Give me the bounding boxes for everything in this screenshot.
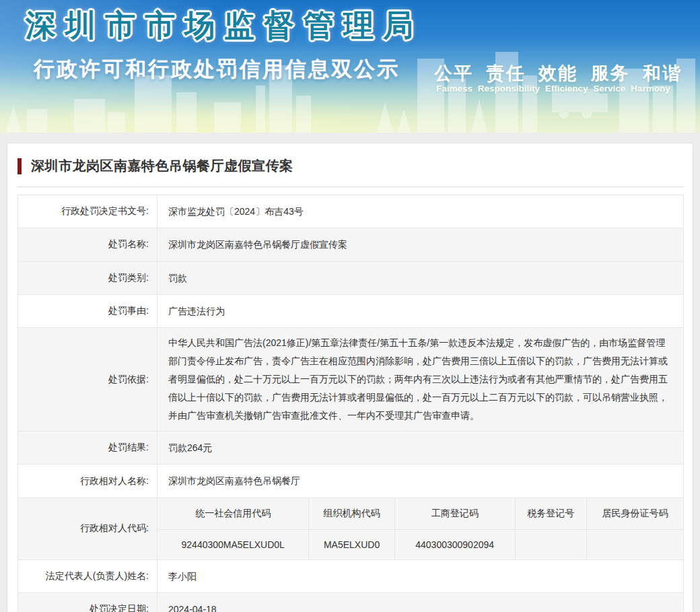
record-row-legal-representative: 法定代表人(负责人)姓名: 李小阳: [18, 559, 684, 592]
field-label: 处罚决定日期:: [18, 593, 158, 612]
field-label: 法定代表人(负责人)姓名:: [18, 559, 158, 592]
title-accent-bar: [18, 158, 22, 174]
record-row-penalty-category: 处罚类别: 罚款: [18, 261, 684, 294]
record-row-party-name: 行政相对人名称: 深圳市龙岗区南嘉特色吊锅餐厅: [18, 465, 684, 498]
penalty-record-table: 行政处罚决定书文号: 深市监龙处罚〔2024〕布吉43号 处罚名称: 深圳市龙岗…: [18, 195, 684, 612]
column-header: 统一社会信用代码: [158, 498, 309, 530]
agency-name: 深圳市市场监督管理局: [26, 5, 423, 46]
slogan-english: Faimess Responsibility Efficiency Servic…: [436, 83, 670, 94]
page-title: 深圳市龙岗区南嘉特色吊锅餐厅虚假宣传案: [31, 157, 293, 175]
field-value: 深圳市龙岗区南嘉特色吊锅餐厅虚假宣传案: [158, 228, 684, 261]
record-row-penalty-reason: 处罚事由: 广告违法行为: [18, 294, 684, 327]
record-row-decision-date: 处罚决定日期: 2024-04-18: [18, 593, 684, 612]
record-row-penalty-name: 处罚名称: 深圳市龙岗区南嘉特色吊锅餐厅虚假宣传案: [18, 228, 684, 261]
record-row-penalty-basis: 处罚依据: 中华人民共和国广告法(2021修正)/第五章法律责任/第五十五条/第…: [18, 328, 684, 432]
content-box: 深圳市龙岗区南嘉特色吊锅餐厅虚假宣传案 行政处罚决定书文号: 深市监龙处罚〔20…: [7, 143, 693, 612]
field-label: 处罚类别:: [18, 261, 158, 294]
cell-id-number: [586, 529, 683, 559]
column-header: 居民身份证号码: [586, 498, 683, 530]
field-value: 李小阳: [158, 559, 684, 592]
record-row-penalty-result: 处罚结果: 罚款264元: [18, 432, 684, 465]
field-value: 罚款: [158, 261, 684, 294]
party-code-header-row: 统一社会信用代码 组织机构代码 工商登记码 税务登记号 居民身份证号码: [158, 498, 683, 530]
cell-org-code: MA5ELXUD0: [309, 529, 394, 559]
party-code-value-row: 92440300MA5ELXUD0L MA5ELXUD0 44030030090…: [158, 529, 683, 559]
record-row-decision-number: 行政处罚决定书文号: 深市监龙处罚〔2024〕布吉43号: [18, 195, 684, 228]
cell-credit-code: 92440300MA5ELXUD0L: [158, 529, 309, 559]
case-title-row: 深圳市龙岗区南嘉特色吊锅餐厅虚假宣传案: [18, 157, 684, 187]
field-value: 2024-04-18: [158, 593, 684, 612]
party-code-table: 统一社会信用代码 组织机构代码 工商登记码 税务登记号 居民身份证号码 9244…: [158, 498, 683, 559]
field-label: 行政相对人代码:: [18, 498, 158, 559]
field-label: 处罚结果:: [18, 432, 158, 465]
field-value: 深圳市龙岗区南嘉特色吊锅餐厅: [158, 465, 684, 498]
site-banner: 深圳市市场监督管理局 行政许可和行政处罚信用信息双公示 公平 责任 效能 服务 …: [0, 0, 700, 133]
field-label: 处罚事由:: [18, 294, 158, 327]
slogan-chinese: 公平 责任 效能 服务 和谐: [434, 61, 682, 86]
record-row-party-codes: 行政相对人代码: 统一社会信用代码 组织机构代码 工商登记码 税务登记号 居民身…: [18, 498, 684, 559]
cell-business-reg-code: 440300300902094: [394, 529, 515, 559]
field-label: 处罚依据:: [18, 328, 158, 432]
field-value: 深市监龙处罚〔2024〕布吉43号: [158, 195, 684, 228]
party-code-cell: 统一社会信用代码 组织机构代码 工商登记码 税务登记号 居民身份证号码 9244…: [158, 498, 684, 559]
cell-tax-reg-code: [515, 529, 586, 559]
column-header: 工商登记码: [394, 498, 515, 530]
column-header: 税务登记号: [515, 498, 586, 530]
field-label: 处罚名称:: [18, 228, 158, 261]
field-value: 广告违法行为: [158, 294, 684, 327]
column-header: 组织机构代码: [309, 498, 394, 530]
field-value: 中华人民共和国广告法(2021修正)/第五章法律责任/第五十五条/第一款违反本法…: [158, 328, 684, 432]
field-value: 罚款264元: [158, 432, 684, 465]
field-label: 行政相对人名称:: [18, 465, 158, 498]
field-label: 行政处罚决定书文号:: [18, 195, 158, 228]
banner-subtitle: 行政许可和行政处罚信用信息双公示: [34, 55, 400, 83]
